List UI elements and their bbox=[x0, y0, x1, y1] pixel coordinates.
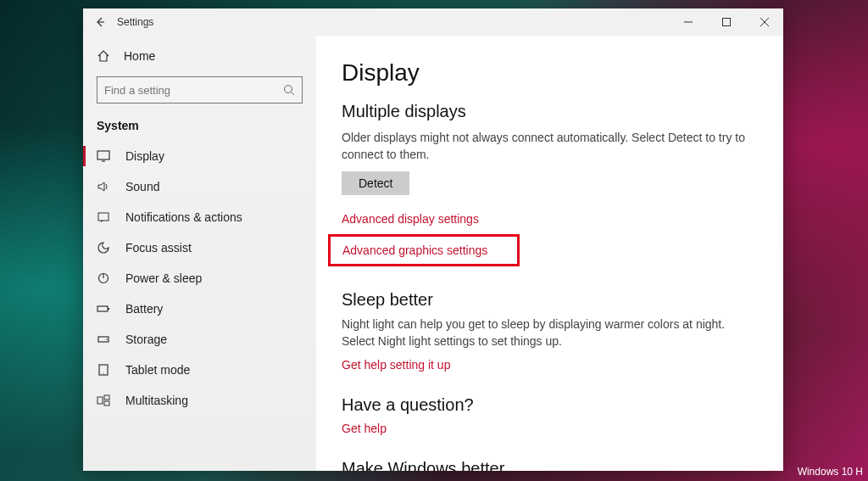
advanced-graphics-settings-link[interactable]: Advanced graphics settings bbox=[342, 243, 505, 257]
sidebar-item-tablet-mode[interactable]: Tablet mode bbox=[83, 355, 316, 385]
minimize-button[interactable] bbox=[669, 8, 707, 36]
search-icon bbox=[283, 84, 295, 96]
section-make-better-title: Make Windows better bbox=[342, 459, 758, 471]
sidebar-item-multitasking[interactable]: Multitasking bbox=[83, 385, 316, 416]
sidebar-item-display[interactable]: Display bbox=[83, 141, 316, 171]
sleep-better-help-link[interactable]: Get help setting it up bbox=[342, 358, 758, 372]
svg-rect-12 bbox=[104, 395, 109, 400]
multitasking-icon bbox=[97, 394, 110, 407]
window-body: Home System Display Sound bbox=[83, 36, 783, 471]
sidebar-item-label: Multitasking bbox=[125, 394, 188, 407]
watermark-text: Windows 10 H bbox=[798, 466, 863, 478]
close-button[interactable] bbox=[745, 8, 783, 36]
search-box[interactable] bbox=[97, 76, 303, 103]
sidebar-item-label: Battery bbox=[125, 302, 163, 316]
sidebar-item-battery[interactable]: Battery bbox=[83, 294, 316, 324]
sidebar-item-label: Notifications & actions bbox=[125, 210, 242, 224]
close-icon bbox=[760, 18, 769, 26]
sidebar-item-label: Power & sleep bbox=[125, 271, 202, 285]
home-label: Home bbox=[124, 49, 155, 63]
sidebar-item-storage[interactable]: Storage bbox=[83, 324, 316, 355]
search-input[interactable] bbox=[104, 84, 283, 97]
sound-icon bbox=[97, 180, 110, 193]
sidebar: Home System Display Sound bbox=[83, 36, 316, 471]
svg-rect-11 bbox=[97, 397, 103, 404]
window-title: Settings bbox=[117, 16, 153, 28]
sidebar-item-label: Tablet mode bbox=[125, 363, 190, 377]
sidebar-item-label: Sound bbox=[125, 180, 159, 193]
sidebar-item-label: Focus assist bbox=[125, 241, 192, 254]
storage-icon bbox=[97, 333, 110, 346]
svg-rect-2 bbox=[97, 151, 109, 159]
arrow-left-icon bbox=[94, 16, 106, 28]
titlebar: Settings bbox=[83, 8, 783, 36]
window-controls bbox=[669, 8, 783, 36]
category-label: System bbox=[83, 114, 316, 141]
home-nav[interactable]: Home bbox=[83, 42, 316, 70]
advanced-display-settings-link[interactable]: Advanced display settings bbox=[342, 212, 758, 226]
sleep-better-body: Night light can help you get to sleep by… bbox=[342, 316, 758, 350]
svg-point-8 bbox=[106, 338, 108, 340]
back-button[interactable] bbox=[83, 8, 117, 36]
svg-rect-6 bbox=[108, 308, 109, 310]
maximize-icon bbox=[722, 18, 731, 26]
section-sleep-better-title: Sleep better bbox=[342, 290, 758, 310]
svg-rect-0 bbox=[722, 19, 730, 26]
minimize-icon bbox=[684, 18, 693, 26]
sidebar-item-notifications[interactable]: Notifications & actions bbox=[83, 202, 316, 232]
settings-window: Settings Home bbox=[83, 8, 783, 471]
page-title: Display bbox=[342, 59, 758, 87]
get-help-link[interactable]: Get help bbox=[342, 422, 758, 435]
sidebar-item-focus-assist[interactable]: Focus assist bbox=[83, 232, 316, 263]
sidebar-item-power-sleep[interactable]: Power & sleep bbox=[83, 263, 316, 294]
power-icon bbox=[97, 271, 110, 285]
svg-point-1 bbox=[285, 86, 292, 93]
section-multiple-displays-title: Multiple displays bbox=[342, 102, 758, 121]
tablet-icon bbox=[97, 363, 110, 377]
content-pane: Display Multiple displays Older displays… bbox=[316, 36, 783, 471]
sidebar-item-label: Storage bbox=[125, 333, 167, 346]
sidebar-item-label: Display bbox=[125, 149, 164, 163]
svg-rect-13 bbox=[104, 401, 109, 405]
detect-button[interactable]: Detect bbox=[342, 171, 409, 195]
focus-assist-icon bbox=[97, 241, 110, 254]
home-icon bbox=[97, 49, 110, 63]
svg-point-10 bbox=[103, 372, 103, 373]
maximize-button[interactable] bbox=[707, 8, 745, 36]
svg-rect-5 bbox=[97, 306, 108, 311]
svg-rect-3 bbox=[98, 213, 108, 221]
multiple-displays-body: Older displays might not always connect … bbox=[342, 130, 758, 163]
section-question-title: Have a question? bbox=[342, 395, 758, 415]
notifications-icon bbox=[97, 210, 110, 224]
highlight-annotation: Advanced graphics settings bbox=[328, 234, 520, 266]
display-icon bbox=[97, 149, 110, 163]
battery-icon bbox=[97, 302, 110, 316]
sidebar-item-sound[interactable]: Sound bbox=[83, 171, 316, 202]
